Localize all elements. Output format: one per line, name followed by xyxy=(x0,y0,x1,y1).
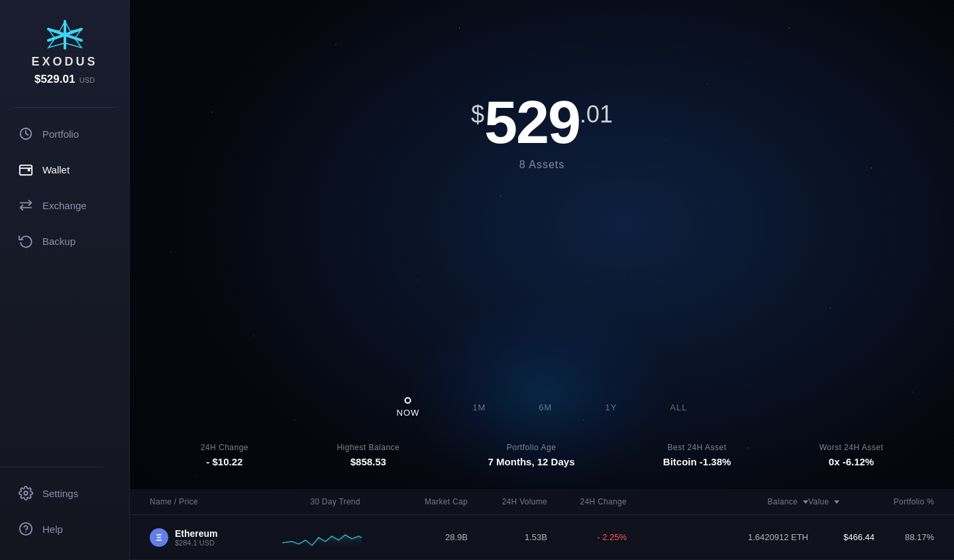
portfolio-display: $ 529 .01 8 Assets xyxy=(471,93,613,171)
sidebar: EXODUS $529.01 USD Portfolio Wallet xyxy=(0,0,130,560)
stat-label-3: Best 24H Asset xyxy=(663,443,731,452)
th-balance: Balance xyxy=(627,497,808,506)
td-value: $466.44 xyxy=(808,532,874,542)
sidebar-label-help: Help xyxy=(42,524,63,535)
time-label-now: NOW xyxy=(397,408,420,418)
time-selector: NOW 1M 6M 1Y ALL xyxy=(397,397,688,418)
sidebar-item-wallet[interactable]: Wallet xyxy=(0,152,129,187)
eth-icon: Ξ xyxy=(150,528,168,547)
stats-bar: 24H Change - $10.22 Highest Balance $858… xyxy=(130,430,954,481)
sidebar-label-backup: Backup xyxy=(42,236,76,247)
sidebar-balance: $529.01 USD xyxy=(34,73,95,86)
svg-rect-6 xyxy=(28,169,30,171)
portfolio-asset-count: 8 Assets xyxy=(471,159,613,171)
wallet-icon xyxy=(19,162,33,177)
stat-value-0: - $10.22 xyxy=(201,456,248,467)
table-row[interactable]: Ξ Ethereum $284.1 USD xyxy=(130,515,954,560)
value-sort-icon xyxy=(834,500,839,504)
th-trend: 30 Day Trend xyxy=(282,497,388,506)
time-option-6m[interactable]: 6M xyxy=(539,402,552,412)
stat-value-4: 0x -6.12% xyxy=(820,456,884,467)
stat-portfolio-age: Portfolio Age 7 Months, 12 Days xyxy=(488,443,575,467)
stat-value-2: 7 Months, 12 Days xyxy=(488,456,575,467)
svg-point-10 xyxy=(24,491,28,495)
sidebar-divider xyxy=(13,107,117,108)
asset-name-block: Ethereum $284.1 USD xyxy=(175,528,218,547)
sidebar-label-exchange: Exchange xyxy=(42,200,87,211)
time-label-1y: 1Y xyxy=(605,402,617,412)
time-label-1m: 1M xyxy=(472,402,486,412)
time-label-all: ALL xyxy=(670,402,687,412)
currency-label: USD xyxy=(80,76,95,84)
th-value: Value xyxy=(808,497,874,506)
th-volume: 24H Volume xyxy=(468,497,547,506)
table-header: Name / Price 30 Day Trend Market Cap 24H… xyxy=(130,489,954,515)
td-asset-name: Ξ Ethereum $284.1 USD xyxy=(150,528,282,547)
td-balance: 1.6420912 ETH xyxy=(627,532,808,542)
stat-label-0: 24H Change xyxy=(201,443,248,452)
time-option-1m[interactable]: 1M xyxy=(472,402,486,412)
time-option-now[interactable]: NOW xyxy=(397,397,420,418)
td-market-cap: 28.9B xyxy=(388,532,468,542)
balance-amount: $529.01 USD xyxy=(34,73,95,85)
exchange-icon xyxy=(19,198,33,212)
sidebar-item-portfolio[interactable]: Portfolio xyxy=(0,116,129,152)
eth-sparkline xyxy=(282,523,362,549)
td-trend xyxy=(282,523,388,551)
stat-value-3: Bitcoin -1.38% xyxy=(663,456,731,467)
td-portfolio: 88.17% xyxy=(874,532,934,542)
app-name: EXODUS xyxy=(31,55,97,69)
sidebar-item-backup[interactable]: Backup xyxy=(0,223,129,259)
th-change: 24H Change xyxy=(547,497,627,506)
sidebar-item-settings[interactable]: Settings xyxy=(0,475,129,511)
stat-label-4: Worst 24H Asset xyxy=(820,443,884,452)
td-change: - 2.25% xyxy=(547,532,627,542)
balance-value: $529.01 xyxy=(34,73,75,85)
asset-table: Name / Price 30 Day Trend Market Cap 24H… xyxy=(130,489,954,560)
stat-highest-balance: Highest Balance $858.53 xyxy=(337,443,399,467)
sidebar-label-portfolio: Portfolio xyxy=(42,128,79,140)
svg-point-12 xyxy=(25,532,26,533)
portfolio-amount: $ 529 .01 xyxy=(471,93,613,152)
sidebar-label-settings: Settings xyxy=(42,488,78,499)
portfolio-cents: .01 xyxy=(580,101,613,128)
stat-label-1: Highest Balance xyxy=(337,443,399,452)
td-volume: 1.53B xyxy=(468,532,547,542)
time-dot-now xyxy=(405,397,411,404)
stat-worst-asset: Worst 24H Asset 0x -6.12% xyxy=(820,443,884,467)
clock-icon xyxy=(19,126,33,141)
exodus-logo-icon xyxy=(45,20,85,50)
th-portfolio: Portfolio % xyxy=(874,497,934,506)
th-name-price: Name / Price xyxy=(150,497,282,506)
sidebar-bottom: Settings Help xyxy=(0,459,129,547)
help-icon xyxy=(19,522,33,536)
portfolio-main-value: 529 xyxy=(484,93,580,152)
stat-24h-change: 24H Change - $10.22 xyxy=(201,443,248,467)
sidebar-divider-bottom xyxy=(0,467,103,467)
sidebar-item-help[interactable]: Help xyxy=(0,511,129,547)
backup-icon xyxy=(19,234,33,248)
stat-value-1: $858.53 xyxy=(337,456,399,467)
th-market-cap: Market Cap xyxy=(388,497,468,506)
asset-price: $284.1 USD xyxy=(175,539,218,547)
settings-icon xyxy=(19,486,33,500)
logo-area: EXODUS $529.01 USD xyxy=(0,13,129,93)
sidebar-item-exchange[interactable]: Exchange xyxy=(0,187,129,223)
asset-name: Ethereum xyxy=(175,528,218,539)
stat-label-2: Portfolio Age xyxy=(488,443,575,452)
sidebar-label-wallet: Wallet xyxy=(42,164,70,175)
main-content: $ 529 .01 8 Assets NOW 1M 6M 1Y ALL 24H … xyxy=(130,0,954,560)
dollar-sign: $ xyxy=(471,101,484,128)
stat-best-asset: Best 24H Asset Bitcoin -1.38% xyxy=(663,443,731,467)
time-label-6m: 6M xyxy=(539,402,552,412)
time-option-all[interactable]: ALL xyxy=(670,402,687,412)
balance-sort-icon xyxy=(803,500,808,504)
time-option-1y[interactable]: 1Y xyxy=(605,402,617,412)
